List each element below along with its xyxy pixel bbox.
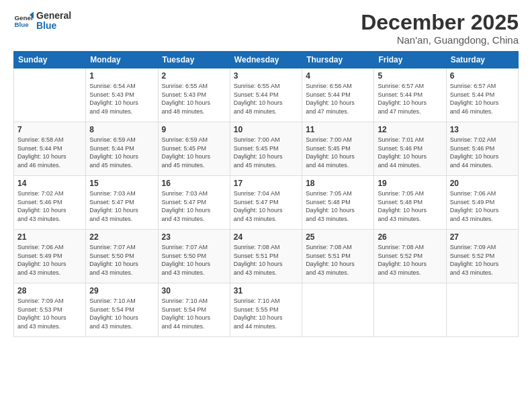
weekday-header: Thursday xyxy=(302,52,374,68)
day-info: Sunrise: 7:01 AM Sunset: 5:46 PM Dayligh… xyxy=(378,136,442,169)
day-number: 21 xyxy=(17,232,82,242)
calendar-cell: 6Sunrise: 6:57 AM Sunset: 5:44 PM Daylig… xyxy=(446,68,518,122)
calendar-cell: 18Sunrise: 7:05 AM Sunset: 5:48 PM Dayli… xyxy=(302,176,374,230)
day-number: 16 xyxy=(162,179,226,188)
day-number: 31 xyxy=(234,286,298,295)
header: General Blue General Blue December 2025 … xyxy=(13,11,519,46)
calendar-cell: 2Sunrise: 6:55 AM Sunset: 5:43 PM Daylig… xyxy=(158,68,230,122)
day-info: Sunrise: 7:04 AM Sunset: 5:47 PM Dayligh… xyxy=(234,189,298,223)
day-number: 23 xyxy=(162,232,226,242)
day-number: 17 xyxy=(234,179,298,188)
day-number: 13 xyxy=(450,125,515,134)
calendar-cell: 20Sunrise: 7:06 AM Sunset: 5:49 PM Dayli… xyxy=(446,176,518,230)
calendar-cell: 31Sunrise: 7:10 AM Sunset: 5:55 PM Dayli… xyxy=(230,283,302,337)
day-number: 18 xyxy=(306,179,370,188)
calendar-cell: 8Sunrise: 6:59 AM Sunset: 5:44 PM Daylig… xyxy=(86,122,158,176)
calendar-cell xyxy=(302,283,374,337)
day-number: 2 xyxy=(162,71,226,81)
calendar-cell: 15Sunrise: 7:03 AM Sunset: 5:47 PM Dayli… xyxy=(86,176,158,230)
calendar-cell: 7Sunrise: 6:58 AM Sunset: 5:44 PM Daylig… xyxy=(14,122,86,176)
day-info: Sunrise: 7:02 AM Sunset: 5:46 PM Dayligh… xyxy=(450,136,515,169)
day-number: 9 xyxy=(162,125,226,134)
subtitle: Nan'an, Guangdong, China xyxy=(361,34,519,46)
logo-line2: Blue xyxy=(36,21,71,31)
calendar-cell: 24Sunrise: 7:08 AM Sunset: 5:51 PM Dayli… xyxy=(230,230,302,283)
calendar-cell: 16Sunrise: 7:03 AM Sunset: 5:47 PM Dayli… xyxy=(158,176,230,230)
day-info: Sunrise: 6:58 AM Sunset: 5:44 PM Dayligh… xyxy=(17,136,82,169)
day-info: Sunrise: 6:59 AM Sunset: 5:44 PM Dayligh… xyxy=(89,136,154,169)
day-info: Sunrise: 7:08 AM Sunset: 5:51 PM Dayligh… xyxy=(234,243,298,277)
day-number: 25 xyxy=(306,232,370,242)
calendar-cell xyxy=(14,68,86,122)
month-title: December 2025 xyxy=(361,11,519,34)
day-info: Sunrise: 7:08 AM Sunset: 5:51 PM Dayligh… xyxy=(306,243,370,277)
day-number: 15 xyxy=(89,179,154,188)
calendar-cell: 5Sunrise: 6:57 AM Sunset: 5:44 PM Daylig… xyxy=(374,68,446,122)
day-info: Sunrise: 7:07 AM Sunset: 5:50 PM Dayligh… xyxy=(162,243,226,277)
calendar-cell: 3Sunrise: 6:55 AM Sunset: 5:44 PM Daylig… xyxy=(230,68,302,122)
day-number: 20 xyxy=(450,179,515,188)
title-block: December 2025 Nan'an, Guangdong, China xyxy=(361,11,519,46)
day-info: Sunrise: 6:57 AM Sunset: 5:44 PM Dayligh… xyxy=(450,82,515,116)
day-info: Sunrise: 7:02 AM Sunset: 5:46 PM Dayligh… xyxy=(17,189,82,223)
day-info: Sunrise: 6:55 AM Sunset: 5:44 PM Dayligh… xyxy=(234,82,298,116)
day-info: Sunrise: 7:09 AM Sunset: 5:52 PM Dayligh… xyxy=(450,243,515,277)
page: General Blue General Blue December 2025 … xyxy=(0,0,532,411)
day-info: Sunrise: 7:03 AM Sunset: 5:47 PM Dayligh… xyxy=(89,189,154,223)
svg-text:Blue: Blue xyxy=(15,21,30,28)
day-number: 22 xyxy=(89,232,154,242)
weekday-header: Friday xyxy=(374,52,446,68)
day-info: Sunrise: 7:03 AM Sunset: 5:47 PM Dayligh… xyxy=(162,189,226,223)
day-info: Sunrise: 7:09 AM Sunset: 5:53 PM Dayligh… xyxy=(17,297,82,330)
calendar-cell: 10Sunrise: 7:00 AM Sunset: 5:45 PM Dayli… xyxy=(230,122,302,176)
calendar-cell: 1Sunrise: 6:54 AM Sunset: 5:43 PM Daylig… xyxy=(86,68,158,122)
day-number: 1 xyxy=(89,71,154,81)
day-info: Sunrise: 6:59 AM Sunset: 5:45 PM Dayligh… xyxy=(162,136,226,169)
calendar-cell: 14Sunrise: 7:02 AM Sunset: 5:46 PM Dayli… xyxy=(14,176,86,230)
day-number: 7 xyxy=(17,125,82,134)
day-info: Sunrise: 7:06 AM Sunset: 5:49 PM Dayligh… xyxy=(450,189,515,223)
day-info: Sunrise: 7:08 AM Sunset: 5:52 PM Dayligh… xyxy=(378,243,442,277)
weekday-header: Saturday xyxy=(446,52,518,68)
calendar-cell xyxy=(374,283,446,337)
calendar-week-row: 7Sunrise: 6:58 AM Sunset: 5:44 PM Daylig… xyxy=(14,122,519,176)
day-info: Sunrise: 7:05 AM Sunset: 5:48 PM Dayligh… xyxy=(306,189,370,223)
calendar-cell: 30Sunrise: 7:10 AM Sunset: 5:54 PM Dayli… xyxy=(158,283,230,337)
calendar-cell: 29Sunrise: 7:10 AM Sunset: 5:54 PM Dayli… xyxy=(86,283,158,337)
day-info: Sunrise: 7:05 AM Sunset: 5:48 PM Dayligh… xyxy=(378,189,442,223)
calendar-cell: 21Sunrise: 7:06 AM Sunset: 5:49 PM Dayli… xyxy=(14,230,86,283)
calendar-cell: 13Sunrise: 7:02 AM Sunset: 5:46 PM Dayli… xyxy=(446,122,518,176)
calendar-week-row: 21Sunrise: 7:06 AM Sunset: 5:49 PM Dayli… xyxy=(14,230,519,283)
day-info: Sunrise: 7:07 AM Sunset: 5:50 PM Dayligh… xyxy=(89,243,154,277)
day-info: Sunrise: 6:54 AM Sunset: 5:43 PM Dayligh… xyxy=(89,82,154,116)
calendar-cell: 28Sunrise: 7:09 AM Sunset: 5:53 PM Dayli… xyxy=(14,283,86,337)
day-number: 11 xyxy=(306,125,370,134)
day-info: Sunrise: 6:57 AM Sunset: 5:44 PM Dayligh… xyxy=(378,82,442,116)
day-number: 28 xyxy=(17,286,82,295)
day-info: Sunrise: 7:10 AM Sunset: 5:54 PM Dayligh… xyxy=(89,297,154,330)
calendar-cell: 17Sunrise: 7:04 AM Sunset: 5:47 PM Dayli… xyxy=(230,176,302,230)
day-number: 26 xyxy=(378,232,442,242)
day-number: 27 xyxy=(450,232,515,242)
day-info: Sunrise: 7:10 AM Sunset: 5:54 PM Dayligh… xyxy=(162,297,226,330)
day-number: 29 xyxy=(89,286,154,295)
weekday-header-row: SundayMondayTuesdayWednesdayThursdayFrid… xyxy=(14,52,519,68)
logo-line1: General xyxy=(36,11,71,21)
day-number: 19 xyxy=(378,179,442,188)
weekday-header: Monday xyxy=(86,52,158,68)
calendar-week-row: 1Sunrise: 6:54 AM Sunset: 5:43 PM Daylig… xyxy=(14,68,519,122)
day-number: 5 xyxy=(378,71,442,81)
calendar-cell xyxy=(446,283,518,337)
calendar-cell: 23Sunrise: 7:07 AM Sunset: 5:50 PM Dayli… xyxy=(158,230,230,283)
calendar-cell: 26Sunrise: 7:08 AM Sunset: 5:52 PM Dayli… xyxy=(374,230,446,283)
weekday-header: Wednesday xyxy=(230,52,302,68)
day-number: 8 xyxy=(89,125,154,134)
day-number: 12 xyxy=(378,125,442,134)
calendar-cell: 9Sunrise: 6:59 AM Sunset: 5:45 PM Daylig… xyxy=(158,122,230,176)
calendar-week-row: 28Sunrise: 7:09 AM Sunset: 5:53 PM Dayli… xyxy=(14,283,519,337)
calendar-cell: 11Sunrise: 7:00 AM Sunset: 5:45 PM Dayli… xyxy=(302,122,374,176)
day-info: Sunrise: 7:10 AM Sunset: 5:55 PM Dayligh… xyxy=(234,297,298,330)
logo: General Blue General Blue xyxy=(13,11,71,32)
day-info: Sunrise: 6:56 AM Sunset: 5:44 PM Dayligh… xyxy=(306,82,370,116)
day-number: 4 xyxy=(306,71,370,81)
